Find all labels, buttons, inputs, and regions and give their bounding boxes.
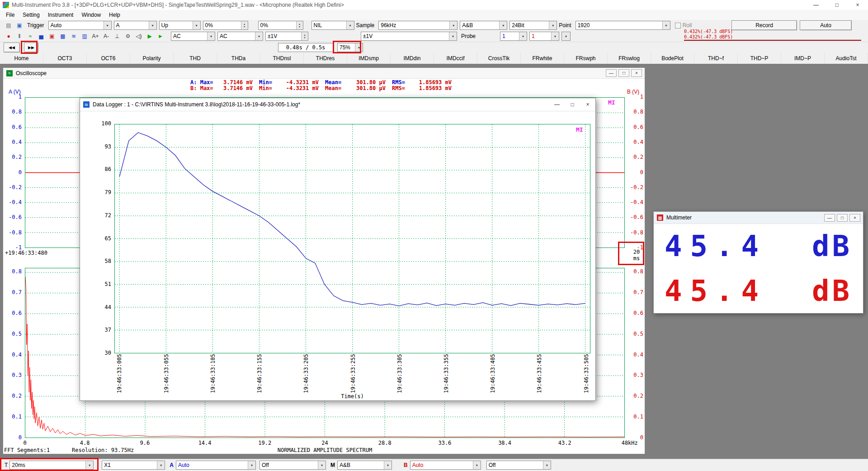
sampling-channels-select[interactable]: A&B ▾ (460, 21, 507, 30)
data-logger-titlebar[interactable]: ≋ Data Logger : 1 - C:\VIRTINS Multi-Ins… (80, 98, 595, 111)
close-button[interactable]: × (580, 99, 595, 110)
nil-select[interactable]: NIL ▾ (311, 21, 354, 30)
multimeter-titlebar[interactable]: ▦ Multimeter — □ × (654, 212, 863, 224)
maximize-button[interactable]: □ (826, 0, 847, 10)
minimize-button[interactable]: — (549, 99, 565, 110)
spinner-arrows-icon[interactable]: ▴▾ (301, 32, 308, 40)
menu-setting[interactable]: Setting (19, 10, 43, 20)
tab-imdsmp[interactable]: IMDsmp (347, 53, 391, 64)
tab-thd-p[interactable]: THD~P (738, 53, 781, 64)
tab-imddin[interactable]: IMDdin (391, 53, 434, 64)
close-button[interactable]: × (631, 69, 642, 77)
spinner-arrows-icon[interactable]: ▴▾ (296, 21, 303, 29)
restore-button[interactable]: □ (837, 214, 848, 222)
tab-thdnsl[interactable]: THDnsl (260, 53, 304, 64)
math-mode-select[interactable]: A&B ▾ (337, 461, 392, 470)
tab-home[interactable]: Home (0, 53, 43, 64)
spinner-arrows-icon[interactable]: ▴▾ (241, 21, 248, 29)
bit-depth-select[interactable]: 24Bit ▾ (509, 21, 557, 30)
spin-down-icon[interactable]: ▾ (299, 25, 300, 28)
range-b-select[interactable]: ±1V ▾ (361, 32, 457, 41)
trigger-level-spinner[interactable]: 0% ▴▾ (203, 21, 248, 30)
x-tick: 19:46:33:355 (443, 354, 449, 393)
data-logger-plot[interactable] (114, 124, 590, 353)
close-button[interactable]: × (849, 214, 860, 222)
y-tick: 51 (105, 281, 111, 287)
channel-b-range-select[interactable]: Auto ▾ (410, 461, 481, 470)
tab-frwhite[interactable]: FRwhite (521, 53, 564, 64)
font-increase-icon[interactable]: A+ (90, 32, 100, 41)
trigger-edge-select[interactable]: Up ▾ (159, 21, 201, 30)
spin-down-icon[interactable]: ▾ (304, 36, 305, 39)
channel-a-range-select[interactable]: Auto ▾ (176, 461, 256, 470)
tab-bodeplot[interactable]: BodePlot (651, 53, 694, 64)
tab-oct6[interactable]: OCT6 (87, 53, 130, 64)
roll-checkbox[interactable] (675, 23, 681, 29)
spectrum-analyzer-view-icon[interactable]: ▅ (36, 32, 46, 41)
sample-rate-select[interactable]: 96kHz ▾ (378, 21, 458, 30)
tab-thd[interactable]: THD (174, 53, 217, 64)
roll-label: Roll (683, 22, 692, 29)
tab-imd-p[interactable]: IMD~P (781, 53, 825, 64)
trigger-mode-select[interactable]: Auto ▾ (48, 21, 112, 30)
probe-b-select[interactable]: 1 ▾ (529, 32, 559, 41)
tab-polarity[interactable]: Polarity (130, 53, 174, 64)
data-logger-view-icon[interactable]: ≋ (69, 32, 79, 41)
menu-window[interactable]: Window (77, 10, 105, 20)
font-decrease-icon[interactable]: A- (101, 32, 111, 41)
coupling-a-select[interactable]: AC ▾ (171, 32, 215, 41)
restore-button[interactable]: □ (618, 69, 629, 77)
multimeter-window: ▦ Multimeter — □ × 45.4 dB 45.4 dB (653, 211, 863, 314)
oscilloscope-view-icon[interactable]: ≈ (25, 32, 35, 41)
nil-value: NIL (312, 22, 322, 29)
spectrum-3d-view-icon[interactable]: ▩ (58, 32, 68, 41)
tab-imdccif[interactable]: IMDccif (434, 53, 477, 64)
ground-icon[interactable]: ⊥ (112, 32, 122, 41)
menu-instrument[interactable]: Instrument (44, 10, 78, 20)
print-icon[interactable]: ▤ (4, 21, 14, 30)
minimize-button[interactable]: — (824, 214, 835, 222)
menu-help[interactable]: Help (105, 10, 124, 20)
maximize-button[interactable]: □ (565, 99, 580, 110)
record-points-select[interactable]: 1920 ▾ (576, 21, 670, 30)
tab-thd-f[interactable]: THD~f (694, 53, 738, 64)
speaker-icon[interactable]: ◁) (134, 32, 144, 41)
tab-thda[interactable]: THDa (217, 53, 260, 64)
record-icon[interactable]: ● (4, 32, 14, 41)
tab-frswph[interactable]: FRswph (564, 53, 608, 64)
run-hold-icon[interactable]: ► (156, 32, 165, 41)
close-button[interactable]: × (847, 0, 868, 10)
probe-a-select[interactable]: 1 ▾ (500, 32, 527, 41)
trigger-source-select[interactable]: A ▾ (114, 21, 157, 30)
pause-icon[interactable]: ‖ (14, 32, 24, 41)
stat-value: 1.85693 mV (413, 79, 452, 86)
stat-label: RMS= (392, 85, 413, 91)
minimize-button[interactable]: — (806, 0, 826, 10)
coupling-b-select[interactable]: AC ▾ (217, 32, 263, 41)
range-a-spinner[interactable]: ±1V ▴▾ (265, 32, 308, 41)
device-test-plan-icon[interactable]: ▥ (80, 32, 90, 41)
oscilloscope-titlebar[interactable]: ≈ Oscilloscope — □ × (3, 68, 645, 79)
tab-crosstlk[interactable]: CrossTlk (477, 53, 521, 64)
trigger-delay-spinner[interactable]: 0% ▴▾ (258, 21, 303, 30)
extra-dropdown-button[interactable]: ▾ (561, 32, 571, 41)
wrench-icon[interactable]: ⚙ (123, 32, 133, 41)
y-tick: -0.6 (630, 214, 643, 221)
tab-oct3[interactable]: OCT3 (43, 53, 87, 64)
channel-a-filter-select[interactable]: Off ▾ (259, 461, 326, 470)
save-icon[interactable]: ▣ (14, 21, 24, 30)
multimeter-view-icon[interactable]: ▣ (47, 32, 57, 41)
menu-file[interactable]: File (2, 10, 19, 20)
x-multiplier-select[interactable]: X1 ▾ (102, 461, 165, 470)
channel-b-filter-select[interactable]: Off ▾ (486, 461, 551, 470)
tab-frswlog[interactable]: FRswlog (608, 53, 651, 64)
rewind-button[interactable]: ◀◀ (4, 43, 20, 52)
spin-down-icon[interactable]: ▾ (244, 25, 245, 28)
run-icon[interactable]: ▶ (145, 32, 155, 41)
record-points-value: 1920 (576, 22, 590, 29)
tab-audiotst[interactable]: AudioTst (825, 53, 868, 64)
tab-thdres[interactable]: THDres (304, 53, 347, 64)
x-tick: 19:46:33:405 (490, 354, 496, 393)
dbfs-reading-b: 0.432%(-47.3 dBFS) (684, 34, 861, 39)
minimize-button[interactable]: — (606, 69, 617, 77)
